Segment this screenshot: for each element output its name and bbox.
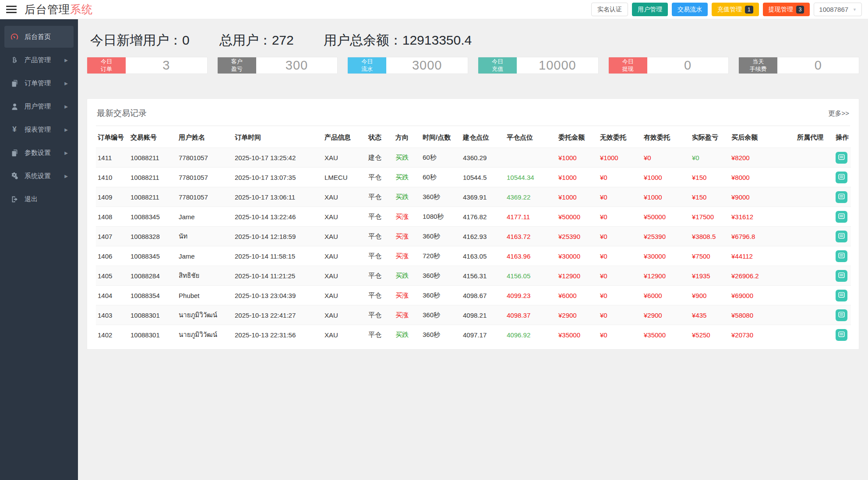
cell-profit: ¥1935 xyxy=(690,266,730,286)
cell-amount: ¥6000 xyxy=(557,286,598,305)
cell-amount: ¥30000 xyxy=(557,246,598,266)
list-icon xyxy=(838,330,845,339)
cell-open-price: 4369.91 xyxy=(461,187,505,207)
more-link[interactable]: 更多>> xyxy=(828,109,849,118)
cell-time: 2025-10-13 22:31:56 xyxy=(233,325,323,345)
cell-invalid: ¥0 xyxy=(598,227,642,246)
column-header: 交易账号 xyxy=(129,126,177,148)
cell-actions xyxy=(834,227,851,246)
cell-open-price: 4097.17 xyxy=(461,325,505,345)
sidebar-item-label: 退出 xyxy=(25,195,38,203)
trades-button[interactable]: 交易流水 xyxy=(672,3,708,16)
sidebar-item-system[interactable]: 系统设置 ▶ xyxy=(4,165,74,187)
cell-balance: ¥26906.2 xyxy=(730,266,795,286)
column-header: 时间/点数 xyxy=(421,126,461,148)
sidebar-item-products[interactable]: 产品管理 ▶ xyxy=(4,49,74,71)
cell-account: 10088328 xyxy=(129,227,177,246)
column-header: 委托金额 xyxy=(557,126,598,148)
row-detail-button[interactable] xyxy=(836,172,847,183)
row-detail-button[interactable] xyxy=(836,211,847,223)
row-detail-button[interactable] xyxy=(836,309,847,321)
table-row: 1407 10088328 นัท 2025-10-14 12:18:59 XA… xyxy=(96,227,851,246)
stat-box-label: 当天 手续费 xyxy=(739,57,777,74)
sidebar-item-home[interactable]: 后台首页 xyxy=(4,26,74,48)
list-icon xyxy=(838,311,845,319)
cell-order-id: 1408 xyxy=(96,207,129,227)
cell-open-price: 4098.67 xyxy=(461,286,505,305)
panel-title: 最新交易记录 xyxy=(97,108,147,119)
cell-actions xyxy=(834,246,851,266)
panel-header: 最新交易记录 更多>> xyxy=(96,106,850,126)
row-detail-button[interactable] xyxy=(836,191,847,203)
cell-order-id: 1402 xyxy=(96,325,129,345)
cell-direction: 买涨 xyxy=(394,305,421,325)
cell-status: 平仓 xyxy=(367,305,394,325)
app-title: 后台管理系统 xyxy=(25,2,93,17)
cell-close-price: 4163.96 xyxy=(505,246,557,266)
column-header: 建仓点位 xyxy=(461,126,505,148)
cell-duration: 360秒 xyxy=(421,286,461,305)
withdraw-button[interactable]: 提现管理3 xyxy=(763,3,810,16)
row-detail-button[interactable] xyxy=(836,270,847,282)
recharge-button[interactable]: 充值管理1 xyxy=(712,3,759,16)
cell-profit: ¥900 xyxy=(690,286,730,305)
row-detail-button[interactable] xyxy=(836,250,847,262)
cell-balance: ¥69000 xyxy=(730,286,795,305)
list-icon xyxy=(838,271,845,280)
cell-username: นัท xyxy=(177,227,233,246)
cell-agent xyxy=(795,325,834,345)
account-dropdown[interactable]: 10087867 ▼ xyxy=(814,3,862,16)
cell-actions xyxy=(834,148,851,168)
cell-invalid: ¥0 xyxy=(598,246,642,266)
chevron-right-icon: ▶ xyxy=(64,58,68,63)
sidebar-item-orders[interactable]: 订单管理 ▶ xyxy=(4,72,74,94)
sidebar-item-params[interactable]: 参数设置 ▶ xyxy=(4,142,74,164)
cell-amount: ¥35000 xyxy=(557,325,598,345)
column-header: 操作 xyxy=(834,126,851,148)
cell-username: 77801057 xyxy=(177,187,233,207)
sidebar-item-logout[interactable]: 退出 xyxy=(4,188,74,210)
cell-time: 2025-10-14 11:58:15 xyxy=(233,246,323,266)
hamburger-menu-icon[interactable] xyxy=(6,4,17,15)
column-header: 有效委托 xyxy=(642,126,690,148)
column-header: 无效委托 xyxy=(598,126,642,148)
cell-profit: ¥150 xyxy=(690,168,730,187)
cell-balance: ¥58080 xyxy=(730,305,795,325)
table-row: 1411 10088211 77801057 2025-10-17 13:25:… xyxy=(96,148,851,168)
chevron-right-icon: ▶ xyxy=(64,81,68,86)
cell-duration: 360秒 xyxy=(421,325,461,345)
cell-amount: ¥2900 xyxy=(557,305,598,325)
cell-close-price: 10544.34 xyxy=(505,168,557,187)
sidebar-item-reports[interactable]: ¥ 报表管理 ▶ xyxy=(4,119,74,140)
row-detail-button[interactable] xyxy=(836,290,847,301)
users-button[interactable]: 用户管理 xyxy=(632,3,668,16)
cell-duration: 360秒 xyxy=(421,305,461,325)
cell-time: 2025-10-14 11:21:25 xyxy=(233,266,323,286)
sidebar-item-users[interactable]: 用户管理 ▶ xyxy=(4,95,74,117)
stat-box: 当天 手续费 0 xyxy=(738,57,859,74)
sidebar-item-label: 产品管理 xyxy=(25,56,51,64)
cell-direction: 买跌 xyxy=(394,187,421,207)
cell-actions xyxy=(834,168,851,187)
table-row: 1403 10088301 นายภูมิวิวัฒน์ 2025-10-13 … xyxy=(96,305,851,325)
top-header: 后台管理系统 实名认证用户管理交易流水充值管理1提现管理3 10087867 ▼ xyxy=(0,0,868,19)
cell-balance: ¥20730 xyxy=(730,325,795,345)
cell-amount: ¥1000 xyxy=(557,187,598,207)
cell-order-id: 1409 xyxy=(96,187,129,207)
cell-valid: ¥30000 xyxy=(642,246,690,266)
cell-open-price: 4176.82 xyxy=(461,207,505,227)
cell-duration: 60秒 xyxy=(421,168,461,187)
cell-agent xyxy=(795,207,834,227)
cell-open-price: 4360.29 xyxy=(461,148,505,168)
cell-product: XAU xyxy=(323,305,367,325)
cell-close-price: 4156.05 xyxy=(505,266,557,286)
row-detail-button[interactable] xyxy=(836,231,847,242)
cell-amount: ¥50000 xyxy=(557,207,598,227)
row-detail-button[interactable] xyxy=(836,152,847,164)
cell-username: Phubet xyxy=(177,286,233,305)
row-detail-button[interactable] xyxy=(836,329,847,341)
stat-box-value: 0 xyxy=(777,57,859,74)
cell-duration: 60秒 xyxy=(421,148,461,168)
realname-button[interactable]: 实名认证 xyxy=(591,3,628,16)
cell-valid: ¥50000 xyxy=(642,207,690,227)
